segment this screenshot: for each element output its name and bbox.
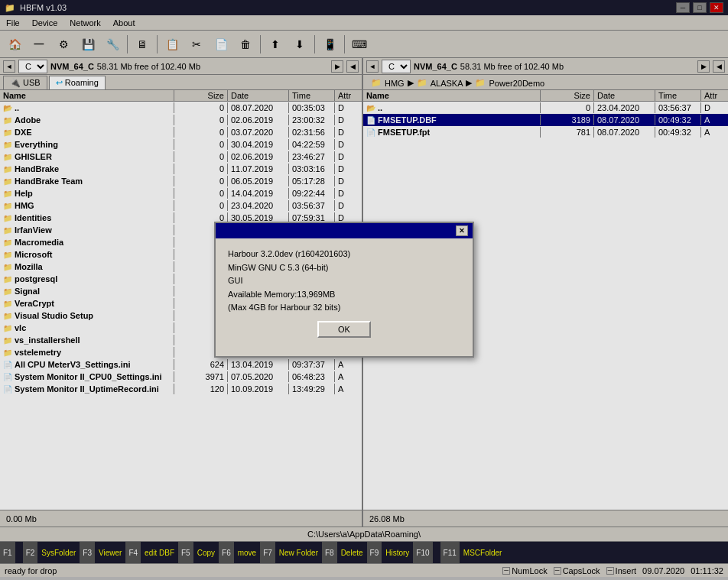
modal-dialog: ✕ Harbour 3.2.0dev (r1604201603) MinGW G… <box>214 222 474 358</box>
modal-overlay: ✕ Harbour 3.2.0dev (r1604201603) MinGW G… <box>0 0 728 580</box>
modal-line3: GUI <box>228 274 460 288</box>
modal-title-bar: ✕ <box>216 223 473 238</box>
modal-content: Harbour 3.2.0dev (r1604201603) MinGW GNU… <box>216 238 473 356</box>
modal-line4: Available Memory:13,969MB <box>228 288 460 302</box>
modal-line5: (Max 4GB for Harbour 32 bits) <box>228 301 460 315</box>
modal-close-button[interactable]: ✕ <box>456 225 468 236</box>
modal-ok-button[interactable]: OK <box>317 321 371 338</box>
modal-line1: Harbour 3.2.0dev (r1604201603) <box>228 248 460 261</box>
modal-line2: MinGW GNU C 5.3 (64-bit) <box>228 261 460 275</box>
